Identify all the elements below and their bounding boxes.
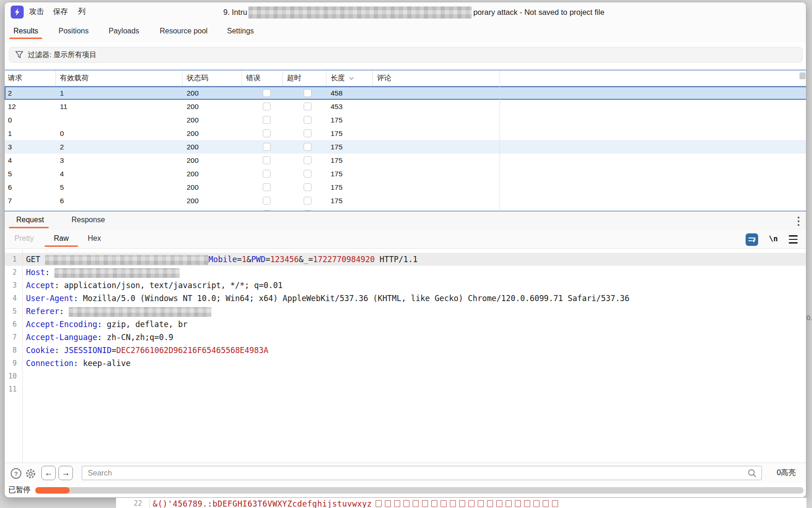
- tofu-glyph: [385, 500, 391, 507]
- menu-attack[interactable]: 攻击: [29, 7, 44, 17]
- filter-bar[interactable]: 过滤器: 显示所有项目: [9, 47, 803, 63]
- tab-results[interactable]: Results: [13, 27, 38, 35]
- request-editor[interactable]: 1GET Mobile=1&PWD=123456&_=1722770984920…: [5, 249, 806, 463]
- search-input[interactable]: [82, 466, 762, 480]
- filter-label: 过滤器: 显示所有项目: [28, 50, 97, 60]
- timeout-checkbox[interactable]: [304, 183, 312, 191]
- settings-button[interactable]: [24, 467, 37, 480]
- line-number: 6: [5, 320, 20, 328]
- tofu-glyph: [468, 500, 474, 507]
- search-previous-button[interactable]: ←: [41, 466, 56, 480]
- tab-pretty[interactable]: Pretty: [14, 234, 34, 243]
- search-next-button[interactable]: →: [58, 466, 73, 480]
- table-row[interactable]: 76200175: [5, 194, 806, 207]
- cell: 3: [5, 140, 56, 154]
- cell-error: [242, 140, 283, 154]
- timeout-checkbox[interactable]: [304, 89, 312, 97]
- cell: 5: [5, 167, 56, 180]
- status-paused-label: 已暂停: [8, 485, 31, 495]
- tab-positions[interactable]: Positions: [58, 27, 89, 35]
- line-content: GET Mobile=1&PWD=123456&_=1722770984920 …: [20, 255, 417, 264]
- tab-response[interactable]: Response: [71, 216, 105, 224]
- error-checkbox[interactable]: [263, 183, 271, 191]
- timeout-checkbox[interactable]: [304, 103, 312, 110]
- tofu-glyph: [478, 500, 484, 507]
- line-content: User-Agent: Mozilla/5.0 (Windows NT 10.0…: [20, 294, 630, 303]
- timeout-checkbox[interactable]: [304, 210, 312, 211]
- table-row[interactable]: 21200458: [5, 86, 806, 100]
- cell-timeout: [283, 100, 326, 113]
- column-header-timeout[interactable]: 超时: [283, 71, 326, 86]
- cell: 3: [56, 154, 182, 167]
- timeout-checkbox[interactable]: [304, 143, 312, 151]
- help-button[interactable]: ?: [10, 467, 22, 480]
- column-header-comment[interactable]: 评论: [373, 71, 500, 86]
- request-line: 9Connection: keep-alive: [5, 357, 806, 370]
- error-checkbox[interactable]: [263, 143, 271, 151]
- timeout-checkbox[interactable]: [304, 156, 312, 164]
- menu-columns[interactable]: 列: [78, 7, 85, 17]
- cell: 6: [56, 194, 182, 207]
- cell: [56, 113, 182, 127]
- burp-intruder-window: 攻击 保存 列 9. Intru porary attack - Not sav…: [4, 2, 806, 498]
- cell: 200: [182, 100, 242, 113]
- column-header-length[interactable]: 长度: [326, 71, 373, 86]
- cell: 200: [182, 86, 242, 100]
- word-wrap-toggle[interactable]: [746, 233, 758, 246]
- column-header-payload[interactable]: 有效载荷: [56, 71, 182, 86]
- tofu-glyph: [422, 500, 428, 507]
- redacted-title-region: [248, 6, 472, 19]
- error-checkbox[interactable]: [263, 170, 271, 178]
- tab-payloads[interactable]: Payloads: [109, 27, 139, 35]
- text-segment: =: [237, 255, 241, 264]
- table-row[interactable]: 0200175: [5, 113, 806, 127]
- editor-menu-icon[interactable]: [789, 235, 798, 244]
- cell-error: [242, 113, 283, 127]
- menu-save[interactable]: 保存: [53, 7, 68, 17]
- table-row[interactable]: 1211200453: [5, 100, 806, 113]
- error-checkbox[interactable]: [263, 116, 271, 124]
- column-header-request[interactable]: 请求: [5, 71, 56, 86]
- table-body: 2120045812112004530200175102001753220017…: [5, 86, 806, 211]
- error-checkbox[interactable]: [263, 129, 271, 137]
- tab-resource-pool[interactable]: Resource pool: [160, 27, 208, 35]
- error-checkbox[interactable]: [263, 197, 271, 205]
- text-segment: =: [266, 255, 270, 264]
- table-row[interactable]: 32200175: [5, 140, 806, 154]
- column-header-error[interactable]: 错误: [242, 71, 283, 86]
- table-row[interactable]: 10200175: [5, 127, 806, 140]
- line-content: Host:: [20, 268, 180, 277]
- timeout-checkbox[interactable]: [304, 170, 312, 178]
- cell: 175: [326, 113, 373, 127]
- table-scrollbar-thumb[interactable]: [799, 72, 806, 79]
- tab-hex[interactable]: Hex: [88, 234, 101, 243]
- table-row[interactable]: 43200175: [5, 154, 806, 167]
- table-row[interactable]: 87200175: [5, 207, 806, 211]
- cell: 6: [5, 180, 56, 194]
- message-menu-kebab-icon[interactable]: [794, 215, 803, 227]
- timeout-checkbox[interactable]: [304, 116, 312, 124]
- show-newlines-toggle[interactable]: \n: [769, 234, 778, 243]
- timeout-checkbox[interactable]: [304, 129, 312, 137]
- error-checkbox[interactable]: [263, 103, 271, 110]
- tofu-glyph: [533, 500, 539, 507]
- tab-settings[interactable]: Settings: [227, 27, 254, 35]
- column-header-status[interactable]: 状态码: [182, 71, 242, 86]
- timeout-checkbox[interactable]: [304, 197, 312, 205]
- tab-raw[interactable]: Raw: [54, 234, 69, 243]
- error-checkbox[interactable]: [263, 210, 271, 211]
- tofu-glyph: [441, 500, 447, 507]
- tab-request[interactable]: Request: [16, 216, 44, 224]
- text-segment: GET: [26, 255, 45, 264]
- table-row[interactable]: 54200175: [5, 167, 806, 180]
- lightning-icon: [13, 8, 21, 16]
- desktop: { "window": { "title_prefix": "9. Intru"…: [0, 0, 812, 508]
- text-segment: : zh-CN,zh;q=0.9: [97, 333, 174, 342]
- table-row[interactable]: 65200175: [5, 180, 806, 194]
- error-checkbox[interactable]: [263, 156, 271, 164]
- tofu-glyph: [431, 500, 437, 507]
- background-window-strip: 22 &()'456789.:bDEFGHI63T6VWXYZcdefghijs…: [116, 498, 806, 508]
- error-checkbox[interactable]: [263, 89, 271, 97]
- main-tab-bar: Results Positions Payloads Resource pool…: [5, 22, 806, 42]
- request-line: 2Host:: [5, 266, 806, 279]
